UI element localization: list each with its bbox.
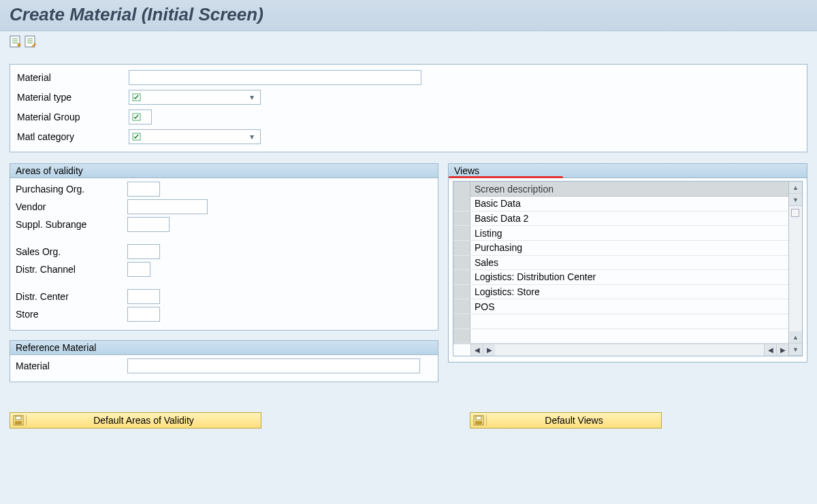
row-handle[interactable] [453,270,470,284]
matl-category-label: Matl category [16,131,129,142]
areas-header: Areas of validity [10,164,438,178]
row-handle[interactable] [453,212,470,226]
svg-rect-15 [476,416,481,420]
row-handle[interactable] [453,299,470,314]
row-handle[interactable] [453,241,470,255]
view-item-label: Basic Data [470,198,521,209]
reference-header: Reference Material [10,341,438,355]
row-handle[interactable] [453,285,470,299]
areas-panel: Areas of validity Purchasing Org. Vendor… [10,163,438,331]
distr-center-label: Distr. Center [14,291,127,302]
material-type-label: Material type [16,92,129,103]
views-row[interactable]: Sales [453,256,788,271]
view-item-label: Purchasing [470,242,522,253]
row-handle[interactable] [453,256,470,270]
scroll-up-icon[interactable]: ▲ [789,331,802,343]
check-icon [132,133,142,141]
view-item-label: Logistics: Distribution Center [470,271,596,282]
view-item-label: Listing [470,228,502,239]
check-icon [132,93,142,101]
purchasing-org-label: Purchasing Org. [14,184,127,195]
svg-rect-12 [16,416,21,420]
views-vscroll[interactable]: ▲ ▼ ▲ ▼ [788,182,802,356]
default-views-label: Default Views [487,415,661,426]
toolbar [0,31,817,52]
scroll-thumb[interactable] [791,209,799,217]
material-input[interactable] [129,70,421,85]
scroll-down-icon[interactable]: ▼ [789,194,802,206]
views-header: Views [449,164,807,178]
reference-panel: Reference Material Material [10,340,438,382]
material-group-combo[interactable] [129,110,152,124]
material-group-label: Material Group [16,112,129,122]
views-row[interactable]: POS [453,299,788,314]
toolbar-icon-2[interactable] [25,35,37,48]
chevron-down-icon: ▾ [246,132,257,141]
view-item-label: Logistics: Store [470,286,540,297]
scroll-down-icon[interactable]: ▼ [789,343,802,356]
views-hscroll[interactable]: ◀ ▶ ◀ ▶ [453,343,788,356]
view-item-label: Basic Data 2 [470,213,528,224]
reference-material-label: Material [14,360,127,371]
scroll-up-icon[interactable]: ▲ [789,182,802,194]
save-icon [470,415,487,426]
scroll-left-icon[interactable]: ◀ [470,344,483,356]
views-panel: Views Screen description Basic Data Basi… [448,163,807,363]
distr-channel-input[interactable] [127,262,150,277]
views-row[interactable]: Logistics: Store [453,285,788,300]
suppl-subrange-label: Suppl. Subrange [14,219,127,230]
views-table: Screen description Basic Data Basic Data… [453,181,803,356]
svg-rect-16 [475,421,482,424]
row-handle[interactable] [453,226,470,240]
svg-rect-13 [15,421,22,424]
purchasing-org-input[interactable] [127,182,160,197]
chevron-down-icon: ▾ [246,93,257,102]
save-icon [10,415,27,426]
views-row[interactable]: Logistics: Distribution Center [453,270,788,285]
check-icon [132,113,142,121]
default-areas-button[interactable]: Default Areas of Validity [10,412,261,429]
distr-channel-label: Distr. Channel [14,264,127,275]
suppl-subrange-input[interactable] [127,217,170,232]
store-label: Store [14,309,127,320]
store-input[interactable] [127,307,160,322]
views-row-empty [453,329,788,344]
vendor-input[interactable] [127,199,208,214]
row-handle[interactable] [453,197,470,211]
scroll-left-icon[interactable]: ◀ [764,344,776,356]
reference-material-input[interactable] [127,358,420,373]
scroll-right-icon[interactable]: ▶ [776,344,788,356]
vendor-label: Vendor [14,201,127,212]
page-title: Create Material (Initial Screen) [10,4,807,25]
views-row[interactable]: Basic Data 2 [453,212,788,226]
views-row[interactable]: Listing [453,226,788,241]
default-views-button[interactable]: Default Views [470,412,662,429]
scroll-right-icon[interactable]: ▶ [483,344,495,356]
title-bar: Create Material (Initial Screen) [0,0,817,31]
row-handle [453,329,470,343]
views-column-header-row: Screen description [453,182,788,197]
sales-org-label: Sales Org. [14,246,127,257]
view-item-label: Sales [470,257,498,268]
material-type-combo[interactable]: ▾ [129,90,261,105]
matl-category-combo[interactable]: ▾ [129,129,261,144]
sales-org-input[interactable] [127,244,160,259]
top-fields-panel: Material Material type ▾ Material Group … [10,64,807,152]
views-row[interactable]: Purchasing [453,241,788,256]
views-row-empty [453,314,788,329]
view-item-label: POS [470,301,495,312]
toolbar-icon-1[interactable] [10,35,22,48]
views-column-header: Screen description [470,184,554,195]
material-label: Material [16,72,129,83]
row-handle-header [453,182,470,197]
distr-center-input[interactable] [127,289,160,304]
views-row[interactable]: Basic Data [453,197,788,212]
row-handle [453,314,470,329]
default-areas-label: Default Areas of Validity [27,415,261,426]
